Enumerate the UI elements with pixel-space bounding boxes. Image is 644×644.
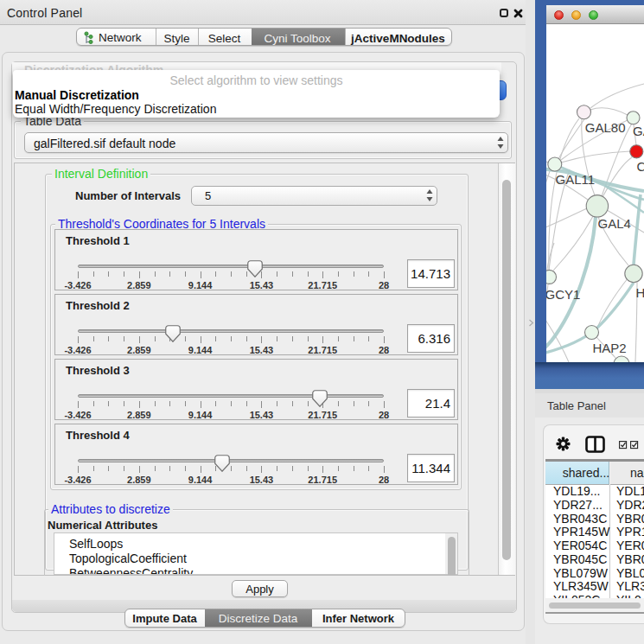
- svg-text:H: H: [636, 285, 644, 300]
- svg-text:GAL11: GAL11: [556, 172, 596, 187]
- svg-text:C: C: [637, 159, 644, 174]
- svg-text:GAL80: GAL80: [585, 120, 626, 135]
- svg-text:GA: GA: [633, 124, 644, 138]
- svg-text:HAP2: HAP2: [592, 341, 626, 355]
- svg-text:GAL4: GAL4: [598, 216, 631, 231]
- svg-text:GCY1: GCY1: [546, 287, 580, 302]
